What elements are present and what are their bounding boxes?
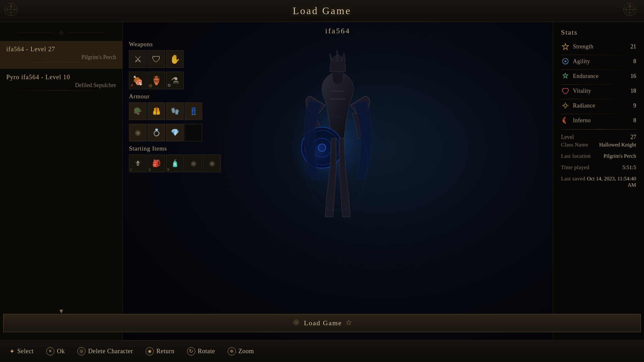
time-played-row: Time played 5:51:5	[561, 164, 636, 171]
class-name-label: Class Name	[561, 142, 588, 148]
slot-divider-2	[11, 90, 111, 90]
sidebar-ornament	[0, 28, 122, 38]
svg-marker-33	[346, 320, 351, 325]
strength-icon	[561, 42, 570, 51]
vitality-icon	[561, 86, 570, 95]
inferno-icon	[561, 116, 570, 125]
weapon-slot-1: ⚔	[129, 50, 147, 68]
slot-mark-2: ◎	[149, 83, 152, 88]
hud-delete: ◎ Delete Character	[77, 347, 133, 355]
accessory-slot-2: 💍	[147, 124, 165, 141]
start-item-5: ◉	[203, 155, 221, 172]
save-slot-2[interactable]: Pyro ifa564 - Level 10 Defiled Sepulchre	[0, 69, 122, 97]
ok-icon: ✕	[46, 347, 54, 355]
slot-mark-3: ⚙	[167, 83, 171, 88]
armor-icon-1: 🪖	[134, 107, 142, 115]
stats-panel: Stats Strength 21	[553, 22, 644, 340]
delete-label: Delete Character	[88, 348, 133, 355]
armor-icon-4: 👖	[189, 107, 198, 115]
return-icon: ◉	[146, 347, 154, 355]
stat-left-vitality: Vitality	[561, 86, 591, 95]
endurance-label: Endurance	[573, 73, 598, 80]
hud-return: ◉ Return	[146, 347, 174, 355]
center-panel: ifa564 Weapons ⚔ 🛡 ✋ 🍖 ✕	[123, 22, 553, 340]
time-played-label: Time played	[561, 164, 589, 171]
weapon-slot-3: ✋	[166, 50, 184, 68]
select-icon: ✦	[9, 348, 15, 355]
save-slot-1[interactable]: ifa564 - Level 27 Pilgrim's Perch	[0, 41, 122, 69]
start-item-1: 🗡 1	[129, 155, 147, 172]
start-item-2: 🎒 2	[147, 155, 165, 172]
hud-zoom: ⊕ Zoom	[228, 347, 254, 355]
accessory-slot-4	[185, 124, 202, 141]
weapons-grid-top: ⚔ 🛡 ✋	[129, 50, 215, 68]
radiance-icon	[561, 101, 570, 110]
start-item-4: ◉	[185, 155, 202, 172]
stat-row-vitality: Vitality 18	[561, 86, 636, 95]
ok-label: Ok	[57, 348, 65, 355]
strength-value: 21	[630, 43, 636, 50]
character-art	[243, 35, 432, 255]
hud-ok: ✕ Ok	[46, 347, 65, 355]
header-corner-right	[622, 2, 641, 20]
consumable-slot-3: ⚗ ⚙	[166, 72, 184, 89]
select-label: Select	[17, 348, 34, 355]
save-slot-2-name: Pyro ifa564 - Level 10	[6, 74, 70, 81]
delete-icon: ◎	[77, 347, 86, 355]
accessory-icon-3: 💎	[171, 129, 179, 137]
last-location-row: Last location Pilgrim's Perch	[561, 153, 636, 159]
inferno-value: 8	[633, 117, 636, 124]
stat-left-endurance: Endurance	[561, 72, 598, 80]
starting-items-title: Starting Items	[129, 145, 215, 152]
svg-marker-23	[562, 43, 569, 50]
stat-row-endurance: Endurance 16	[561, 72, 636, 80]
svg-point-32	[296, 322, 297, 323]
last-location-label: Last location	[561, 153, 591, 159]
accessory-slot-1: ◉	[129, 124, 147, 141]
header-corner-left	[3, 2, 22, 20]
start-icon-5: ◉	[209, 159, 215, 167]
weapons-title: Weapons	[129, 41, 215, 48]
strength-label: Strength	[573, 43, 593, 50]
radiance-value: 9	[633, 102, 636, 109]
svg-marker-4	[10, 4, 12, 8]
weapon-icon-2: 🛡	[152, 54, 161, 64]
time-played-value: 5:51:5	[623, 164, 636, 171]
svg-point-25	[564, 104, 567, 107]
weapons-grid-bottom: 🍖 ✕ 🏺 ◎ ⚗ ⚙	[129, 72, 215, 89]
weapon-icon-3: ✋	[169, 54, 180, 64]
weapon-slot-2: 🛡	[147, 50, 165, 68]
consumable-slot-1: 🍖 ✕	[129, 72, 147, 89]
level-value: 27	[630, 134, 636, 140]
save-slot-1-name: ifa564 - Level 27	[6, 46, 55, 53]
stat-row-strength: Strength 21	[561, 42, 636, 51]
start-count-3: 9	[167, 167, 169, 171]
endurance-value: 16	[630, 73, 636, 80]
armor-icon-3: 🧤	[171, 107, 179, 115]
endurance-icon	[561, 72, 570, 80]
weapon-icon-1: ⚔	[134, 54, 142, 64]
level-row: Level 27	[561, 134, 636, 140]
character-svg	[281, 44, 394, 248]
save-slot-1-location: Pilgrim's Perch	[6, 54, 116, 61]
bottom-hud: ✦ Select ✕ Ok ◎ Delete Character ◉ Retur…	[0, 340, 644, 362]
rotate-label: Rotate	[198, 348, 215, 355]
accessory-icon-1: ◉	[135, 129, 141, 137]
stat-row-agility: Agility 8	[561, 57, 636, 66]
start-icon-1: 🗡	[134, 159, 141, 167]
load-btn-ornament-left	[292, 319, 300, 328]
last-location-value: Pilgrim's Perch	[603, 153, 636, 159]
armor-slot-2: 🦺	[147, 102, 165, 120]
accessory-icon-2: 💍	[152, 129, 161, 137]
last-saved-row: Last saved Oct 14, 2023, 11:54:40 AM	[561, 176, 636, 188]
start-icon-3: 🧴	[171, 159, 179, 167]
consumable-slot-2: 🏺 ◎	[147, 72, 165, 89]
armor-icon-2: 🦺	[152, 107, 161, 115]
main-container: ifa564 - Level 27 Pilgrim's Perch Pyro i…	[0, 22, 644, 340]
load-game-button[interactable]: Load Game	[3, 314, 641, 332]
save-slot-2-location: Defiled Sepulchre	[6, 82, 116, 89]
start-count-2: 2	[149, 167, 151, 171]
return-label: Return	[156, 348, 174, 355]
armor-slot-1: 🪖	[129, 102, 147, 120]
stat-row-radiance: Radiance 9	[561, 101, 636, 110]
